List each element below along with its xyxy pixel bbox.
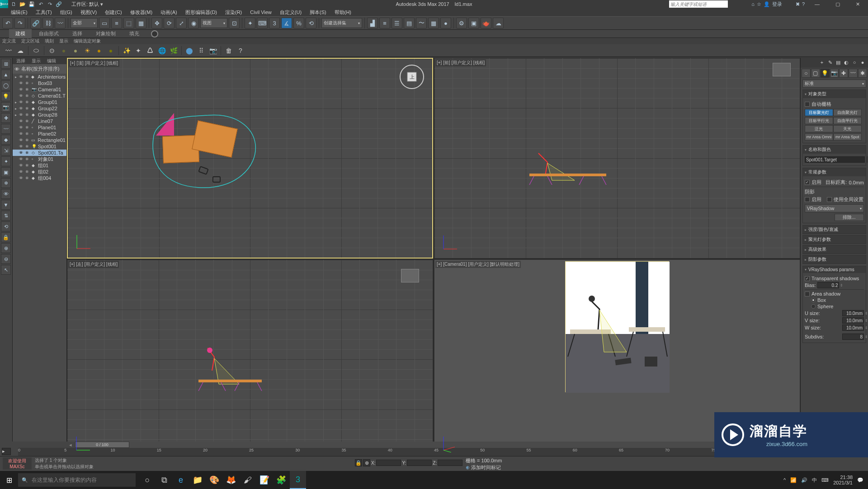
menu-customize[interactable]: 自定义(U) bbox=[278, 9, 303, 16]
object-name-input[interactable] bbox=[805, 156, 865, 163]
seat-icon[interactable]: ⊙ bbox=[47, 46, 57, 56]
login-label[interactable]: 登录 bbox=[772, 1, 782, 8]
particle-icon[interactable]: ✦ bbox=[133, 46, 143, 56]
se-frozen-icon[interactable]: ❄ bbox=[1, 178, 11, 188]
cloud-icon[interactable]: ☁ bbox=[15, 46, 25, 56]
se-cameras-icon[interactable]: 📷 bbox=[1, 102, 11, 112]
se-geometry-icon[interactable]: ▲ bbox=[1, 70, 11, 80]
w-size-spinner[interactable]: 10.0mm bbox=[842, 324, 864, 331]
help-icon[interactable]: ? bbox=[802, 1, 805, 7]
se-sort-icon[interactable]: ⇅ bbox=[1, 211, 11, 221]
menu-rendering[interactable]: 渲染(R) bbox=[223, 9, 244, 16]
lock-selection-icon[interactable]: 🔒 bbox=[355, 459, 362, 466]
tab-lights-icon[interactable]: 💡 bbox=[821, 69, 830, 78]
render-setup-button[interactable]: ⚙ bbox=[456, 18, 467, 28]
coord-z-input[interactable] bbox=[438, 460, 462, 466]
exchange-icon[interactable]: ✖ bbox=[796, 1, 800, 7]
tab-spacewarp-icon[interactable]: 〰 bbox=[849, 69, 858, 78]
menu-edit[interactable]: 编辑(E) bbox=[9, 9, 29, 16]
se-pick-icon[interactable]: ↖ bbox=[1, 265, 11, 275]
select-region-button[interactable]: ⬚ bbox=[123, 18, 134, 28]
snap-toggle-button[interactable]: 3 bbox=[269, 18, 280, 28]
se-spacewarps-icon[interactable]: 〰 bbox=[1, 124, 11, 134]
scene-item[interactable]: 👁❄▫Plane02 bbox=[13, 131, 66, 137]
menu-modifiers[interactable]: 修改器(M) bbox=[128, 9, 155, 16]
camera-icon[interactable]: 📷 bbox=[208, 46, 218, 56]
rollout-header[interactable]: 聚光灯参数 bbox=[803, 235, 866, 244]
viewport-front[interactable]: [+] [前] [用户定义] [线框] bbox=[434, 58, 800, 259]
undo-button[interactable]: ↶ bbox=[2, 18, 13, 28]
slider-prev-button[interactable]: ◂ bbox=[68, 442, 73, 448]
redo-icon[interactable]: ↷ bbox=[46, 0, 53, 8]
v-size-spinner[interactable]: 10.0mm bbox=[842, 317, 864, 324]
vp-front-label[interactable]: [+] [前] [用户定义] [线框] bbox=[435, 59, 486, 66]
window-crossing-button[interactable]: ▦ bbox=[136, 18, 146, 28]
abs-rel-icon[interactable]: ⊕ bbox=[363, 459, 370, 466]
coord-y-input[interactable] bbox=[407, 460, 432, 466]
light-type-button[interactable]: 目标聚光灯 bbox=[805, 109, 833, 116]
se-tab-select[interactable]: 选择 bbox=[16, 58, 25, 64]
shape-sphere-radio[interactable] bbox=[811, 304, 816, 309]
app2-icon[interactable]: 🖌 bbox=[240, 471, 256, 489]
cp-sphere-icon[interactable]: ● bbox=[859, 59, 866, 66]
circle1-icon[interactable]: ● bbox=[59, 46, 69, 56]
light-type-button[interactable]: mr Area Spot bbox=[833, 133, 862, 141]
maximize-button[interactable]: ▢ bbox=[827, 0, 848, 8]
light-type-button[interactable]: 自由聚光灯 bbox=[833, 109, 862, 116]
scene-item[interactable]: 👁❄◆组004 bbox=[13, 175, 66, 181]
info-icon[interactable]: ? bbox=[236, 46, 245, 56]
shadow-global-checkbox[interactable] bbox=[827, 197, 832, 202]
link-button[interactable]: 🔗 bbox=[30, 18, 41, 28]
viewport-top[interactable]: [+] [顶] [用户定义] [线框] 上 bbox=[67, 58, 433, 259]
cp-dark-icon[interactable]: ◐ bbox=[843, 59, 850, 66]
menu-animation[interactable]: 动画(A) bbox=[159, 9, 179, 16]
viewport-left[interactable]: [+] [左] [用户定义] [线框] bbox=[67, 259, 433, 460]
rollout-header[interactable]: 高级效果 bbox=[803, 245, 866, 254]
manipulate-button[interactable]: ✦ bbox=[245, 18, 255, 28]
light-type-button[interactable]: 自由平行光 bbox=[833, 117, 862, 124]
add-time-tag-button[interactable]: ⊕ 添加时间标记 bbox=[466, 464, 502, 471]
ref-coord-dropdown[interactable]: 视图 bbox=[200, 18, 227, 28]
help-search-input[interactable] bbox=[669, 0, 728, 8]
se-expand-icon[interactable]: ⊕ bbox=[1, 243, 11, 253]
firefox-icon[interactable]: 🦊 bbox=[223, 471, 239, 489]
open-icon[interactable]: 📂 bbox=[19, 0, 26, 8]
explorer-icon[interactable]: 📁 bbox=[189, 471, 206, 489]
u-size-spinner[interactable]: 10.0mm bbox=[842, 310, 864, 316]
se-tab-edit[interactable]: 编辑 bbox=[47, 58, 56, 64]
scene-item[interactable]: 👁❄▫Plane01 bbox=[13, 124, 66, 131]
tab-object-paint[interactable]: 对象绘制 bbox=[90, 29, 122, 38]
idle-area-icon[interactable]: ⬭ bbox=[31, 46, 41, 56]
submenu-flow[interactable]: 定义流 bbox=[2, 38, 16, 44]
menu-views[interactable]: 视图(V) bbox=[79, 9, 99, 16]
se-hidden-icon[interactable]: 👁 bbox=[1, 189, 11, 199]
coord-x-input[interactable] bbox=[376, 460, 401, 466]
se-collapse-icon[interactable]: ⊖ bbox=[1, 254, 11, 264]
menu-create[interactable]: 创建(C) bbox=[103, 9, 123, 16]
transparent-shadows-checkbox[interactable] bbox=[805, 276, 810, 281]
viewcube[interactable]: 上 bbox=[398, 63, 425, 90]
scene-item[interactable]: ▸👁❄◆Group22 bbox=[13, 105, 66, 112]
se-helpers-icon[interactable]: ✚ bbox=[1, 113, 11, 123]
tray-up-icon[interactable]: ^ bbox=[783, 477, 786, 483]
se-xrefs-icon[interactable]: ⇲ bbox=[1, 146, 11, 155]
scene-item[interactable]: ▸👁❄◆Archinteriors bbox=[13, 74, 66, 80]
viewcube-front[interactable] bbox=[773, 63, 791, 76]
render-button[interactable]: 🫖 bbox=[481, 18, 491, 28]
sphere-icon[interactable]: ⬤ bbox=[184, 46, 194, 56]
bias-spinner[interactable]: 0.2 bbox=[817, 282, 839, 288]
ribbon-toggle-icon[interactable] bbox=[151, 30, 158, 38]
light-type-button[interactable]: 天光 bbox=[833, 125, 862, 132]
se-container-icon[interactable]: ▣ bbox=[1, 167, 11, 177]
help-search[interactable] bbox=[669, 0, 728, 8]
menu-tools[interactable]: 工具(T) bbox=[34, 9, 54, 16]
light-type-button[interactable]: 目标平行光 bbox=[805, 117, 833, 124]
schematic-view-button[interactable]: ▦ bbox=[428, 18, 439, 28]
percent-snap-button[interactable]: % bbox=[293, 18, 304, 28]
input-icon[interactable]: ⌨ bbox=[821, 477, 829, 483]
select-object-button[interactable]: ▭ bbox=[99, 18, 110, 28]
project-icon[interactable]: 🔗 bbox=[55, 0, 62, 8]
subdivs-spinner[interactable]: 8 bbox=[842, 334, 864, 340]
time-slider-track[interactable]: 0 / 100 bbox=[75, 442, 788, 448]
keyboard-shortcut-button[interactable]: ⌨ bbox=[257, 18, 268, 28]
